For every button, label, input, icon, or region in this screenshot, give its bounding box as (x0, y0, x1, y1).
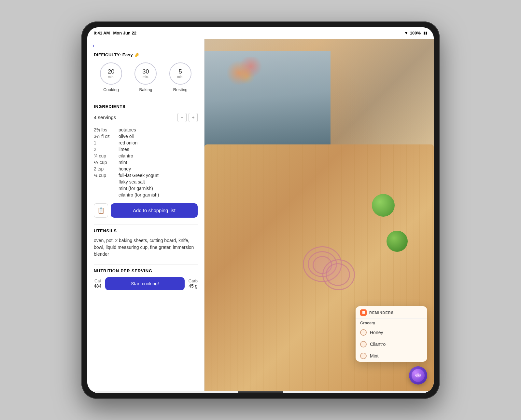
ingredient-row: 2 tsp honey (94, 166, 198, 172)
flowers-decoration (227, 57, 266, 89)
baking-time-circle: 30 min. (134, 62, 157, 85)
ingredient-row: 2 limes (94, 146, 198, 153)
ingredient-amount (94, 186, 113, 191)
back-button[interactable]: ‹ (87, 39, 204, 52)
reminders-icon: ☰ (360, 309, 367, 316)
time-circles: 20 min. Cooking 30 min. Baking (94, 62, 198, 92)
utensils-text: oven, pot, 2 baking sheets, cutting boar… (94, 237, 198, 258)
ingredient-amount: ¾ cup (94, 153, 113, 158)
nutrition-header: NUTRITION PER SERVING (94, 268, 198, 273)
resting-minutes: 5 (179, 68, 182, 75)
ingredient-name: cilantro (119, 153, 133, 158)
difficulty-label: DIFFICULTY: (94, 52, 121, 57)
reminder-circle-icon (360, 341, 367, 347)
wifi-icon: ▾ (405, 31, 407, 35)
ipad-frame: 9:41 AM Mon Jun 22 ▾ 100% ▮▮ ‹ DIFFICULT… (81, 21, 440, 399)
ingredient-row: ⅓ cup mint (94, 159, 198, 166)
difficulty-row: DIFFICULTY: Easy 🤌 (94, 52, 198, 57)
ingredient-amount: 1 (94, 140, 113, 145)
ingredients-list: 2¾ lbs potatoes 3½ fl oz olive oil 1 red… (94, 127, 198, 198)
stepper-minus-button[interactable]: − (177, 113, 187, 122)
ingredient-row: 1 red onion (94, 140, 198, 146)
right-panel: STEP 3/4 (204, 39, 434, 391)
home-indicator-bar (238, 391, 283, 393)
resting-min-label: min. (177, 75, 183, 79)
baking-minutes: 30 (142, 68, 149, 75)
shopping-icon-button[interactable]: 📋 (94, 203, 108, 218)
home-indicator (87, 391, 434, 393)
reminder-text-mint: Mint (370, 353, 378, 359)
battery-icon: ▮▮ (423, 31, 427, 35)
difficulty-value: Easy 🤌 (122, 52, 140, 57)
reminders-popup: ☰ REMINDERS Grocery Honey Cilantro Mi (356, 306, 427, 362)
ipad-screen: 9:41 AM Mon Jun 22 ▾ 100% ▮▮ ‹ DIFFICULT… (87, 27, 434, 393)
cooking-minutes: 20 (108, 68, 114, 75)
cal-value: 484 (94, 283, 101, 289)
siri-wave-icon (415, 372, 422, 379)
ingredient-row: flaky sea salt (94, 179, 198, 185)
add-shopping-list-button[interactable]: Add to shopping list (111, 203, 198, 218)
onion-slice-5 (326, 263, 350, 286)
status-bar-left: 9:41 AM Mon Jun 22 (94, 31, 136, 35)
cooking-label: Cooking (103, 87, 119, 92)
onion-slices (296, 243, 361, 302)
divider-2 (94, 224, 198, 224)
baking-min-label: min. (143, 75, 149, 79)
carb-label: Carb (189, 278, 198, 283)
ingredient-name: olive oil (119, 134, 134, 139)
ingredient-amount: ⅓ cup (94, 160, 113, 165)
battery-percentage: 100% (410, 31, 421, 35)
utensils-header: UTENSILS (94, 228, 198, 233)
ingredient-name: cilantro (for garnish) (119, 192, 159, 197)
panel-content: DIFFICULTY: Easy 🤌 20 min. Cooking (87, 52, 204, 297)
ingredient-name: mint (for garnish) (119, 186, 153, 191)
ingredient-amount (94, 179, 113, 184)
baking-label: Baking (139, 87, 152, 92)
siri-button[interactable] (409, 366, 427, 385)
ingredient-name: limes (119, 147, 129, 152)
ingredient-row: mint (for garnish) (94, 185, 198, 192)
servings-text: 4 servings (94, 115, 116, 120)
ingredient-amount: ¾ cup (94, 173, 113, 178)
ingredient-amount (94, 192, 113, 197)
ingredient-row: 3½ fl oz olive oil (94, 133, 198, 140)
reminder-text-cilantro: Cilantro (370, 342, 386, 347)
lime-2 (387, 231, 408, 252)
resting-label: Resting (173, 87, 188, 92)
reminders-header: ☰ REMINDERS (356, 306, 427, 319)
status-date: Mon Jun 22 (113, 31, 136, 35)
stepper-plus-button[interactable]: + (189, 113, 198, 122)
divider-3 (94, 264, 198, 264)
shopping-list-row: 📋 Add to shopping list (94, 203, 198, 218)
servings-stepper: − + (177, 113, 198, 122)
status-time: 9:41 AM (94, 31, 110, 35)
reminder-text-honey: Honey (370, 330, 383, 335)
svg-point-2 (417, 375, 419, 376)
reminder-item-honey: Honey (356, 327, 427, 338)
reminders-group: Grocery (356, 319, 427, 327)
ingredient-row: ¾ cup full-fat Greek yogurt (94, 172, 198, 179)
ingredient-name: potatoes (119, 127, 136, 132)
baking-time-item: 30 min. Baking (134, 62, 157, 92)
ingredient-name: full-fat Greek yogurt (119, 173, 159, 178)
ingredient-amount: 3½ fl oz (94, 134, 113, 139)
ingredients-header: INGREDIENTS (94, 104, 198, 109)
ingredient-name: red onion (119, 140, 137, 145)
left-panel: ‹ DIFFICULTY: Easy 🤌 20 min. (87, 39, 204, 391)
cooking-time-circle: 20 min. (100, 62, 122, 85)
cooking-time-item: 20 min. Cooking (100, 62, 122, 92)
carb-value: 45 g (189, 283, 198, 289)
ingredient-name: flaky sea salt (119, 179, 145, 184)
ingredient-row: 2¾ lbs potatoes (94, 127, 198, 133)
cal-label: Cal (94, 278, 101, 283)
resting-time-item: 5 min. Resting (169, 62, 191, 92)
resting-time-circle: 5 min. (169, 62, 191, 85)
lime-1 (372, 194, 395, 217)
reminder-circle-icon (360, 353, 367, 359)
ingredient-amount: 2 (94, 147, 113, 152)
start-cooking-button[interactable]: Start cooking! (105, 277, 184, 290)
siri-inner (412, 369, 425, 382)
cooking-min-label: min. (108, 75, 114, 79)
reminder-circle-icon (360, 329, 367, 336)
main-content: ‹ DIFFICULTY: Easy 🤌 20 min. (87, 39, 434, 391)
